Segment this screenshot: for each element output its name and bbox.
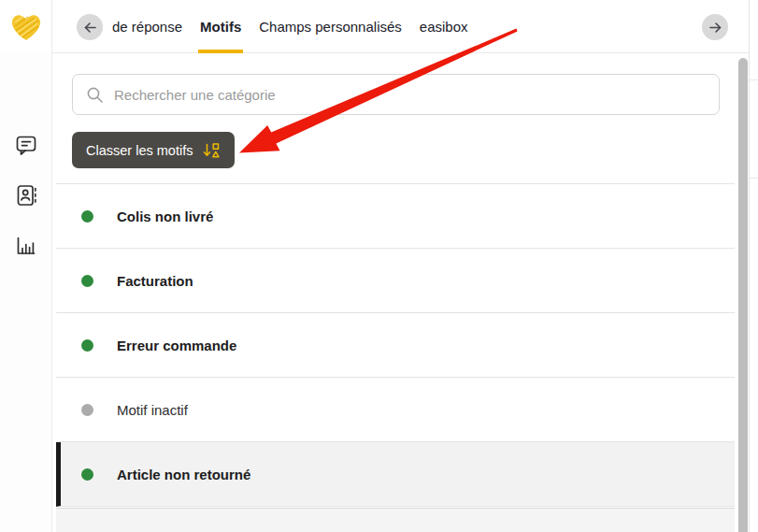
tabs-scroll-back-button[interactable]: [77, 14, 103, 40]
category-label: Facturation: [117, 273, 193, 289]
category-search: [72, 74, 720, 115]
category-label: Erreur commande: [117, 338, 236, 353]
status-dot: [81, 404, 93, 416]
sort-button-label: Classer les motifs: [86, 143, 193, 158]
settings-tabs: de réponse Motifs Champs personnalisés e…: [112, 0, 468, 53]
divider: [750, 79, 758, 80]
sidebar-item-contacts[interactable]: [14, 183, 38, 208]
main-sidebar: [0, 53, 52, 532]
status-dot: [81, 275, 93, 287]
category-label: Motif inactif: [117, 402, 188, 418]
tab-de-reponse[interactable]: de réponse: [112, 0, 182, 53]
tab-motifs[interactable]: Motifs: [200, 0, 241, 53]
vertical-scrollbar[interactable]: [738, 58, 748, 532]
chat-bubble-icon: [14, 133, 38, 157]
status-dot: [81, 339, 93, 352]
divider: [750, 178, 758, 179]
top-bar: de réponse Motifs Champs personnalisés e…: [0, 0, 749, 53]
tab-easibox[interactable]: easibox: [420, 0, 468, 53]
sort-motifs-button[interactable]: Classer les motifs: [72, 132, 235, 168]
category-row-article-non-retourne[interactable]: Article non retourné: [56, 442, 735, 507]
tab-label: Motifs: [200, 19, 241, 35]
search-icon: [86, 86, 104, 104]
category-row-colis-non-livre[interactable]: Colis non livré: [56, 184, 735, 249]
sidebar-item-conversations[interactable]: [14, 133, 38, 157]
status-dot: [81, 468, 93, 481]
tabs-scroll-forward-button[interactable]: [702, 14, 728, 40]
tab-label: de réponse: [112, 19, 182, 35]
arrow-right-icon: [708, 20, 723, 36]
search-input[interactable]: [114, 87, 706, 103]
category-row-motif-inactif[interactable]: Motif inactif: [56, 378, 735, 442]
sort-shapes-icon: [202, 141, 221, 160]
heart-logo-icon: [9, 11, 43, 43]
sidebar-item-statistics[interactable]: [14, 234, 38, 258]
tab-label: Champs personnalisés: [259, 19, 402, 35]
category-row-facturation[interactable]: Facturation: [56, 249, 735, 313]
right-panel-edge: [749, 0, 758, 532]
next-category-row-partial[interactable]: [56, 508, 735, 532]
app-logo[interactable]: [0, 0, 52, 53]
category-row-erreur-commande[interactable]: Erreur commande: [56, 313, 735, 378]
category-list: Colis non livré Facturation Erreur comma…: [56, 183, 735, 507]
contact-book-icon: [14, 183, 38, 208]
bar-chart-icon: [14, 234, 38, 258]
arrow-left-icon: [82, 20, 98, 36]
status-dot: [81, 210, 93, 223]
category-label: Colis non livré: [117, 208, 213, 224]
tab-label: easibox: [420, 19, 468, 35]
tab-champs-personnalises[interactable]: Champs personnalisés: [259, 0, 402, 53]
category-label: Article non retourné: [117, 467, 250, 482]
